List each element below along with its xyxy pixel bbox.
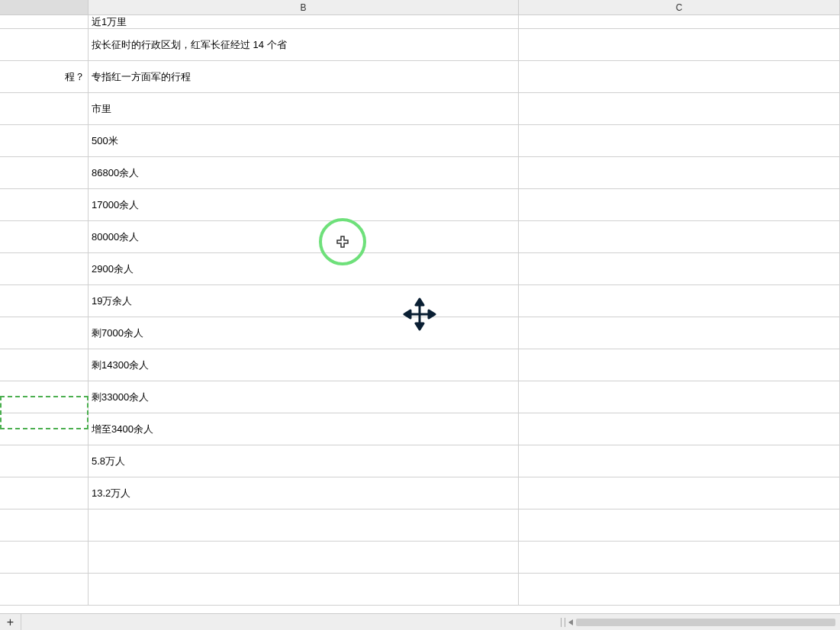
cell-b[interactable]: 剩33000余人 [89, 381, 519, 413]
horizontal-scrollbar[interactable] [561, 618, 840, 627]
cell-b[interactable]: 按长征时的行政区划，红军长征经过 14 个省 [89, 29, 519, 60]
cell-b[interactable]: 近1万里 [89, 15, 519, 28]
cell-c[interactable] [519, 125, 840, 156]
cell-c[interactable] [519, 253, 840, 284]
table-row: 市里 [0, 93, 840, 125]
cell-b[interactable]: 17000余人 [89, 189, 519, 220]
cell-c[interactable] [519, 29, 840, 60]
cell-b[interactable]: 增至3400余人 [89, 413, 519, 445]
cell-a[interactable] [0, 477, 89, 509]
cell-b[interactable] [89, 574, 519, 605]
col-header-a[interactable] [0, 0, 89, 14]
cell-c[interactable] [519, 317, 840, 349]
scrollbar-splitter[interactable] [561, 618, 565, 627]
cell-a[interactable] [0, 542, 89, 573]
cell-c[interactable] [519, 285, 840, 317]
cell-b[interactable]: 19万余人 [89, 285, 519, 317]
table-row: 500米 [0, 125, 840, 157]
cell-c[interactable] [519, 221, 840, 252]
table-row: 剩33000余人 [0, 381, 840, 413]
cell-c[interactable] [519, 93, 840, 124]
table-row: 5.8万人 [0, 445, 840, 477]
cell-b[interactable]: 剩7000余人 [89, 317, 519, 349]
cell-c[interactable] [519, 349, 840, 381]
col-header-b[interactable]: B [89, 0, 519, 14]
table-row: 86800余人 [0, 157, 840, 189]
table-row: 17000余人 [0, 189, 840, 221]
table-row: 2900余人 [0, 253, 840, 285]
scroll-left-icon[interactable] [568, 619, 573, 625]
cell-a[interactable] [0, 574, 89, 605]
cell-a[interactable] [0, 413, 89, 445]
cell-a[interactable] [0, 317, 89, 349]
spreadsheet-grid[interactable]: 近1万里按长征时的行政区划，红军长征经过 14 个省程？专指红一方面军的行程市里… [0, 15, 840, 606]
table-row [0, 542, 840, 574]
cell-a[interactable] [0, 381, 89, 413]
cell-a[interactable] [0, 253, 89, 284]
cell-c[interactable] [519, 445, 840, 477]
cell-a[interactable] [0, 189, 89, 220]
table-row [0, 574, 840, 606]
table-row: 19万余人 [0, 285, 840, 317]
cell-b[interactable]: 市里 [89, 93, 519, 124]
cell-b[interactable] [89, 542, 519, 573]
table-row: 按长征时的行政区划，红军长征经过 14 个省 [0, 29, 840, 61]
cell-a[interactable] [0, 29, 89, 60]
cell-a[interactable] [0, 221, 89, 252]
table-row: 增至3400余人 [0, 413, 840, 445]
cell-c[interactable] [519, 574, 840, 605]
table-row: 近1万里 [0, 15, 840, 29]
cell-b[interactable]: 13.2万人 [89, 477, 519, 509]
table-row: 80000余人 [0, 221, 840, 253]
cell-a[interactable] [0, 349, 89, 381]
cell-b[interactable]: 500米 [89, 125, 519, 156]
cell-a[interactable] [0, 93, 89, 124]
cell-c[interactable] [519, 189, 840, 220]
cell-c[interactable] [519, 542, 840, 573]
cell-b[interactable] [89, 509, 519, 541]
cell-a[interactable] [0, 15, 89, 28]
cell-c[interactable] [519, 15, 840, 28]
cell-a[interactable] [0, 509, 89, 541]
table-row: 剩14300余人 [0, 349, 840, 381]
table-row: 13.2万人 [0, 477, 840, 509]
cell-c[interactable] [519, 413, 840, 445]
add-sheet-button[interactable]: + [0, 614, 21, 631]
cell-b[interactable]: 2900余人 [89, 253, 519, 284]
cell-c[interactable] [519, 509, 840, 541]
sheet-tab-bar: + [0, 613, 840, 630]
cell-a[interactable] [0, 157, 89, 188]
cell-b[interactable]: 80000余人 [89, 221, 519, 252]
scrollbar-track[interactable] [576, 619, 835, 626]
cell-c[interactable] [519, 477, 840, 509]
column-headers: B C [0, 0, 840, 15]
cell-c[interactable] [519, 61, 840, 92]
cell-a[interactable] [0, 125, 89, 156]
table-row: 剩7000余人 [0, 317, 840, 349]
cell-a[interactable] [0, 445, 89, 477]
cell-a[interactable]: 程？ [0, 61, 89, 92]
cell-a[interactable] [0, 285, 89, 317]
table-row: 程？专指红一方面军的行程 [0, 61, 840, 93]
cell-b[interactable]: 86800余人 [89, 157, 519, 188]
table-row [0, 509, 840, 542]
cell-c[interactable] [519, 157, 840, 188]
cell-c[interactable] [519, 381, 840, 413]
cell-b[interactable]: 专指红一方面军的行程 [89, 61, 519, 92]
col-header-c[interactable]: C [519, 0, 840, 14]
cell-b[interactable]: 剩14300余人 [89, 349, 519, 381]
cell-b[interactable]: 5.8万人 [89, 445, 519, 477]
